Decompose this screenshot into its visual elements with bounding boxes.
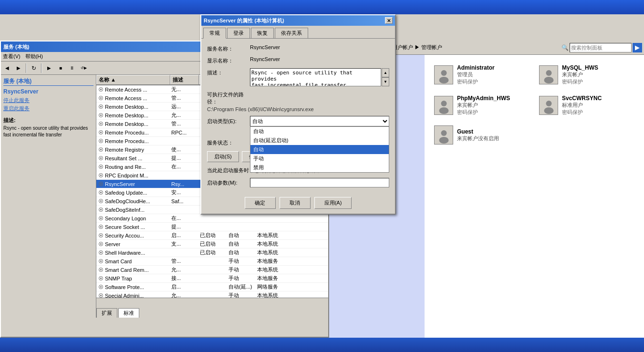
desc-scroll-down[interactable]: ▼	[382, 77, 389, 86]
startup-type-row: 启动类型(E): 自动 自动 自动(延迟启动) 自动 手动 禁用	[207, 116, 389, 126]
modal-dialog: RsyncServer 的属性 (本地计算机) ✕ 常规登录恢复依存关系 服务名…	[200, 14, 396, 215]
service-name-row: 服务名称： RsyncServer	[207, 44, 389, 52]
param-row: 启动参数(M):	[207, 178, 389, 187]
desc-textarea[interactable]	[250, 68, 381, 86]
startup-type-select[interactable]: 自动	[250, 116, 389, 126]
dropdown-manual[interactable]: 手动	[250, 154, 389, 163]
service-name-value: RsyncServer	[250, 44, 389, 50]
modal-tab-1[interactable]: 登录	[227, 28, 250, 38]
start-btn[interactable]: 启动(S)	[207, 151, 239, 162]
service-status-label: 服务状态：	[207, 139, 250, 146]
display-name-label: 显示名称：	[207, 56, 250, 64]
modal-tabs: 常规登录恢复依存关系	[201, 26, 395, 38]
dropdown-auto-2[interactable]: 自动	[250, 145, 389, 154]
dropdown-auto[interactable]: 自动	[250, 127, 389, 136]
modal-titlebar: RsyncServer 的属性 (本地计算机) ✕	[201, 15, 395, 26]
display-name-row: 显示名称： RsyncServer	[207, 56, 389, 64]
modal-tab-0[interactable]: 常规	[203, 28, 226, 39]
desc-row: 描述： ▲ ▼	[207, 68, 389, 86]
apply-btn[interactable]: 应用(A)	[314, 197, 352, 209]
ok-btn[interactable]: 确定	[245, 197, 276, 209]
service-name-label: 服务名称：	[207, 44, 250, 52]
cancel-btn[interactable]: 取消	[280, 197, 311, 209]
param-label: 启动参数(M):	[207, 179, 250, 186]
modal-tab-2[interactable]: 恢复	[251, 28, 274, 38]
modal-tab-3[interactable]: 依存关系	[275, 28, 308, 38]
desc-field-label: 描述：	[207, 68, 250, 76]
path-section: 可执行文件的路径： C:\Program Files (x86)\ICW\bin…	[207, 90, 389, 112]
dropdown-disabled[interactable]: 禁用	[250, 163, 389, 172]
path-label: 可执行文件的路径：	[207, 90, 250, 105]
modal-footer: 确定 取消 应用(A)	[201, 193, 395, 214]
path-value: C:\Program Files (x86)\ICW\bin\cygrunsrv…	[207, 106, 389, 112]
param-input[interactable]	[250, 178, 389, 187]
modal-close-btn[interactable]: ✕	[385, 17, 393, 24]
dropdown-popup: 自动 自动(延迟启动) 自动 手动 禁用	[250, 126, 389, 173]
modal-title: RsyncServer 的属性 (本地计算机)	[204, 17, 284, 24]
dropdown-auto-delayed[interactable]: 自动(延迟启动)	[250, 136, 389, 145]
modal-overlay: RsyncServer 的属性 (本地计算机) ✕ 常规登录恢复依存关系 服务名…	[0, 0, 644, 352]
startup-type-label: 启动类型(E):	[207, 118, 250, 125]
display-name-value: RsyncServer	[250, 56, 389, 62]
desc-scroll-up[interactable]: ▲	[382, 68, 389, 77]
modal-content: 服务名称： RsyncServer 显示名称： RsyncServer 描述： …	[201, 38, 395, 193]
